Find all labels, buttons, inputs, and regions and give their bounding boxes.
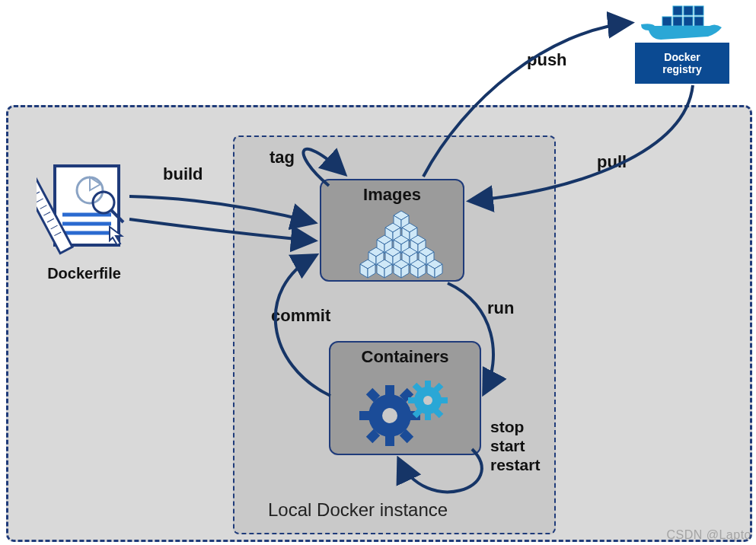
svg-rect-83 — [662, 17, 671, 26]
containers-label: Containers — [330, 343, 480, 368]
diagram-canvas: Local Docker instance Dockerfile Images — [0, 0, 756, 545]
cubes-pyramid-icon — [321, 206, 466, 279]
edge-label-push: push — [527, 50, 567, 70]
watermark-text: CSDN @Lapto — [666, 528, 751, 542]
gears-icon — [330, 368, 483, 452]
svg-point-72 — [382, 408, 397, 423]
edge-label-tag: tag — [270, 148, 295, 167]
registry-label-2: registry — [662, 63, 701, 75]
docker-whale-icon — [633, 0, 731, 46]
images-node: Images — [320, 179, 464, 282]
svg-rect-85 — [684, 17, 693, 26]
svg-rect-77 — [440, 397, 448, 403]
local-docker-label: Local Docker instance — [268, 499, 448, 521]
edge-label-start: start — [490, 436, 540, 455]
edge-label-build: build — [163, 164, 203, 184]
registry-node: Docker registry — [635, 43, 729, 84]
svg-rect-87 — [673, 6, 682, 15]
svg-rect-89 — [694, 6, 703, 15]
edge-label-run: run — [487, 298, 514, 318]
svg-rect-64 — [385, 385, 394, 396]
edge-label-lifecycle: stop start restart — [490, 417, 540, 475]
edge-label-stop: stop — [490, 417, 540, 436]
svg-rect-75 — [425, 413, 431, 420]
dockerfile-icon — [37, 151, 132, 257]
svg-rect-76 — [408, 397, 416, 403]
dockerfile-node: Dockerfile — [37, 151, 132, 282]
svg-rect-65 — [385, 435, 394, 446]
svg-rect-66 — [359, 411, 370, 420]
dockerfile-label: Dockerfile — [37, 265, 132, 282]
images-label: Images — [321, 180, 463, 206]
svg-rect-86 — [694, 17, 703, 26]
svg-point-82 — [423, 396, 432, 405]
edge-label-commit: commit — [271, 306, 330, 326]
containers-node: Containers — [329, 341, 481, 455]
svg-rect-74 — [425, 381, 431, 388]
edge-label-pull: pull — [597, 152, 627, 172]
svg-rect-84 — [673, 17, 682, 26]
registry-label-1: Docker — [664, 51, 700, 63]
svg-rect-88 — [684, 6, 693, 15]
edge-label-restart: restart — [490, 455, 540, 474]
